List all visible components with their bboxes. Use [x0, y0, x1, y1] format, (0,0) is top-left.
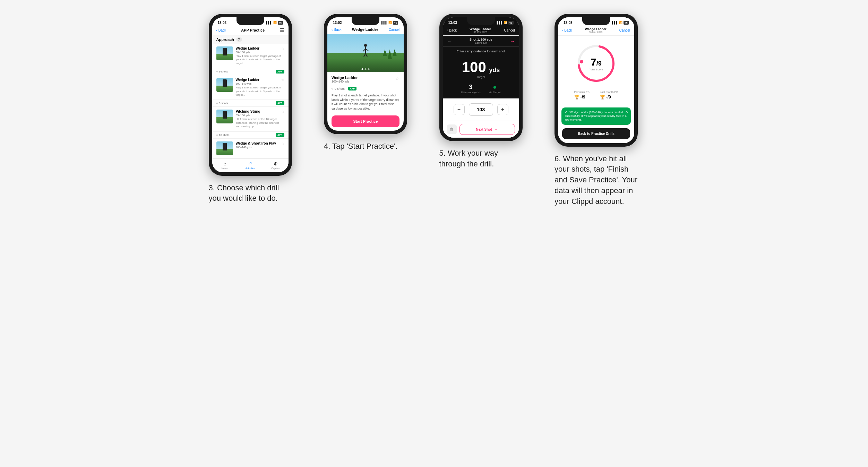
trophy-icon-prev: 🏆 — [574, 95, 579, 100]
star-icon-4[interactable]: ☆ — [281, 141, 284, 145]
chevron-left-icon-5: ‹ — [447, 28, 448, 32]
drill-thumb-4 — [216, 141, 233, 155]
category-header: Approach 7 — [212, 35, 289, 44]
status-icons-6: ▌▌▌ 📶 46 — [612, 21, 629, 25]
back-button-3[interactable]: ‹ Back — [216, 28, 226, 32]
phone-6: 13:03 ▌▌▌ 📶 46 ‹ Back Wedge Ladder — [555, 14, 638, 147]
shot-footer-5: 🗑 Next Shot → — [443, 121, 519, 138]
caption-3: 3. Choose which drill you would like to … — [209, 183, 292, 204]
status-icons-4: ▌▌▌ 📶 46 — [381, 21, 398, 25]
next-shot-arrow[interactable]: → — [510, 38, 515, 44]
trees-decoration — [383, 49, 397, 59]
back-to-drills-button[interactable]: Back to Practice Drills — [562, 128, 630, 139]
pb-last-month: Last month PB 🏆 -/9 — [600, 90, 618, 100]
increment-button[interactable]: + — [497, 104, 508, 115]
next-shot-label: Next Shot — [476, 128, 492, 131]
star-icon-1[interactable]: ☆ — [281, 46, 284, 50]
drill-item-2[interactable]: Wedge Ladder ☆ 100–140 yds Play 1 shot a… — [212, 75, 289, 107]
shots-info-2: ○ 9 shots — [216, 102, 228, 105]
back-button-4[interactable]: ‹ Back — [332, 28, 342, 32]
wifi-icon-4: 📶 — [388, 21, 392, 24]
tab-capture-3[interactable]: ⊕ Capture — [263, 161, 288, 170]
menu-icon-3[interactable]: ☰ — [280, 27, 284, 33]
phone-screen-6: 13:03 ▌▌▌ 📶 46 ‹ Back Wedge Ladder — [558, 17, 634, 143]
month-pb-num: -/9 — [606, 95, 611, 100]
pb-previous-label: Previous PB — [574, 90, 590, 94]
stats-row: 3 Difference (yds) ● Hit Target — [443, 81, 519, 98]
phone-screen-5: 13:03 ▌▌▌ 📶 46 ‹ Back Wedge Ladder — [443, 17, 519, 138]
cancel-button-4[interactable]: Cancel — [389, 28, 399, 32]
phone-notch-5 — [467, 17, 495, 25]
wifi-icon-3: 📶 — [273, 21, 277, 24]
back-button-5[interactable]: ‹ Back — [447, 28, 457, 32]
practice-content-4: Wedge Ladder 100–140 yds ☆ ○ 9 shots APP… — [327, 72, 404, 131]
start-practice-button[interactable]: Start Practice — [332, 115, 399, 127]
back-button-6[interactable]: ‹ Back — [562, 28, 572, 32]
toast-close-button[interactable]: ✕ — [625, 110, 628, 114]
pb-row: Previous PB 🏆 -/9 Last month PB 🏆 -/9 — [558, 88, 634, 104]
difference-value: 3 — [461, 84, 480, 91]
nav-title-3: APP Practice — [241, 28, 265, 32]
drill-thumb-1 — [216, 46, 233, 60]
toast-message: 'Wedge Ladder (100–140 yds)' was created… — [565, 111, 627, 121]
target-label: Target — [447, 75, 515, 79]
star-icon-2[interactable]: ☆ — [281, 78, 284, 82]
category-label: Approach — [216, 37, 234, 42]
star-icon-4-practice[interactable]: ☆ — [395, 76, 399, 81]
status-time-3: 13:02 — [218, 21, 227, 25]
drill-item-3[interactable]: Pitching String ☆ 55–100 yds Hit 1 shot … — [212, 107, 289, 138]
pb-lastmonth-value: 🏆 -/9 — [600, 95, 618, 100]
battery-6: 46 — [624, 21, 629, 25]
practice-title-4: Wedge Ladder — [332, 76, 358, 80]
drill-name-3: Pitching String — [236, 110, 260, 114]
cancel-button-5[interactable]: Cancel — [504, 28, 515, 32]
shots-label-2: 9 shots — [219, 102, 228, 105]
phone-step-3: 13:02 ▌▌▌ 📶 46 ‹ Back APP Practice ☰ — [209, 14, 314, 204]
nav-bar-5: ‹ Back Wedge Ladder 06 Mar 2023 Cancel — [443, 26, 519, 36]
practice-desc-4: Play 1 shot at each target yardage. If y… — [332, 93, 399, 111]
drill-thumb-2 — [216, 78, 233, 92]
status-time-4: 13:02 — [333, 21, 342, 25]
practice-image-4 — [327, 34, 404, 72]
nav-bar-6: ‹ Back Wedge Ladder 06 Mar 2023 Cancel — [558, 26, 634, 36]
star-icon-3[interactable]: ☆ — [281, 110, 284, 113]
decrement-button[interactable]: − — [454, 104, 465, 115]
cancel-button-6[interactable]: Cancel — [619, 28, 630, 32]
shot-label: Shot 1, 100 yds — [470, 38, 492, 41]
shot-distance-input[interactable] — [469, 103, 493, 116]
drill-range-1: 50–100 yds — [236, 51, 284, 54]
nav-title-5-line2: 06 Mar 2023 — [470, 31, 491, 33]
tab-home-3[interactable]: ⌂ Home — [212, 161, 238, 170]
tab-activities-3[interactable]: ⚐ Activities — [238, 161, 263, 170]
battery-3: 46 — [278, 21, 283, 25]
drill-item-1[interactable]: Wedge Ladder ☆ 50–100 yds Play 1 shot at… — [212, 44, 289, 75]
caption-5: 5. Work your way through the drill. — [439, 148, 523, 170]
shots-info-1: ○ 9 shots — [216, 70, 228, 73]
prev-pb-num: -/9 — [581, 95, 585, 100]
phone-step-4: 13:02 ▌▌▌ 📶 46 ‹ Back Wedge Ladder Cance… — [324, 14, 429, 152]
check-icon-toast: ✓ — [565, 111, 567, 114]
nav-center-5: Wedge Ladder 06 Mar 2023 — [470, 27, 491, 33]
caption-4: 4. Tap 'Start Practice'. — [324, 141, 397, 152]
prev-shot-arrow[interactable]: ← — [447, 38, 452, 44]
signal-icon-4: ▌▌▌ — [381, 21, 387, 24]
delete-shot-button[interactable]: 🗑 — [447, 124, 457, 134]
image-overlay — [327, 58, 404, 72]
back-label-6: Back — [564, 28, 572, 32]
stat-difference: 3 Difference (yds) — [461, 84, 480, 94]
tab-activities-label-3: Activities — [246, 167, 255, 170]
drill-desc-3: Hit 1 shot at each of the 10 target dist… — [236, 118, 284, 128]
next-shot-button[interactable]: Next Shot → — [459, 124, 515, 135]
drill-item-4[interactable]: Wedge & Short Iron Play ☆ 100–140 yds — [212, 139, 289, 158]
svg-line-4 — [364, 53, 366, 57]
practice-range-4: 100–140 yds — [332, 80, 358, 83]
difference-label: Difference (yds) — [461, 91, 480, 94]
page-container: 13:02 ▌▌▌ 📶 46 ‹ Back APP Practice ☰ — [209, 14, 660, 207]
drill-name-4: Wedge & Short Iron Play — [236, 141, 276, 146]
success-toast: ✓ 'Wedge Ladder (100–140 yds)' was creat… — [561, 107, 631, 125]
signal-icon-5: ▌▌▌ — [497, 21, 503, 24]
target-display: 100 yds Target — [443, 55, 519, 81]
hit-target-label: Hit Target — [489, 91, 501, 94]
drill-name-2: Wedge Ladder — [236, 78, 260, 82]
wifi-icon-5: 📶 — [504, 21, 507, 24]
